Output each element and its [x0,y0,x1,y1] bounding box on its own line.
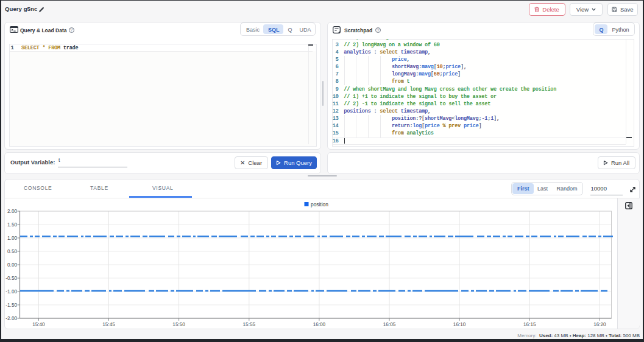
svg-text:0.50: 0.50 [7,249,17,254]
svg-text:1.00: 1.00 [7,236,17,241]
svg-text:16:10: 16:10 [453,322,466,327]
svg-text:-1.00: -1.00 [5,289,17,295]
svg-text:16:15: 16:15 [523,322,536,327]
svg-text:15:50: 15:50 [172,322,185,327]
svg-text:16:20: 16:20 [593,322,606,327]
svg-text:16:00: 16:00 [313,322,326,327]
svg-text:15:55: 15:55 [243,322,256,327]
svg-text:16:05: 16:05 [383,322,396,327]
svg-text:1.50: 1.50 [7,222,17,228]
svg-text:2.00: 2.00 [7,209,17,214]
svg-text:position: position [311,201,328,208]
svg-text:-1.50: -1.50 [5,302,17,308]
svg-text:-0.50: -0.50 [5,276,17,281]
svg-text:0.00: 0.00 [7,262,17,268]
svg-text:15:45: 15:45 [102,322,115,327]
svg-text:-2.00: -2.00 [5,316,17,321]
svg-text:15:40: 15:40 [32,322,45,327]
